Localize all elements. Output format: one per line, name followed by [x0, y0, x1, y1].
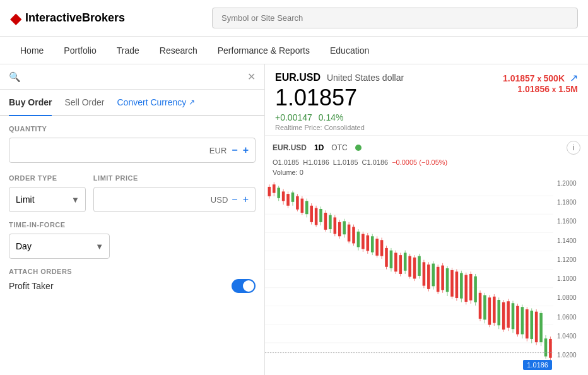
svg-rect-50 [362, 234, 365, 249]
ohlc-close: C1.0186 [362, 158, 389, 166]
nav-home[interactable]: Home [10, 38, 54, 63]
clear-search-icon[interactable]: ✕ [247, 71, 256, 83]
tif-section: TIME-IN-FORCE Day GTC OPG IOC FOK ▼ [0, 221, 264, 268]
limit-price-label: LIMIT PRICE [93, 174, 256, 182]
limit-price-input-row: 1.01903 USD − + [93, 187, 256, 212]
svg-rect-40 [338, 222, 341, 236]
limit-price-field[interactable]: 1.01903 [100, 194, 211, 205]
current-price-badge: 1.0186 [523, 360, 552, 370]
svg-rect-82 [437, 267, 440, 292]
svg-rect-56 [375, 239, 379, 256]
tab-buy-order[interactable]: Buy Order [9, 90, 52, 116]
live-indicator [355, 145, 362, 151]
search-icon: 🔍 [9, 71, 21, 83]
nav-research[interactable]: Research [150, 38, 208, 63]
ticker-info: EUR.USD United States dollar 1.01857 +0.… [275, 72, 404, 131]
svg-rect-46 [352, 227, 355, 243]
ohlc-low: L1.0185 [333, 158, 358, 166]
svg-rect-90 [456, 271, 459, 298]
svg-rect-24 [301, 199, 304, 213]
limit-price-controls: − + [232, 194, 249, 205]
svg-rect-108 [497, 300, 500, 325]
global-search-input[interactable] [212, 8, 578, 28]
svg-rect-44 [348, 225, 351, 242]
header: ◆ InteractiveBrokers [0, 0, 588, 37]
limit-decrease[interactable]: − [232, 194, 237, 205]
nav-trade[interactable]: Trade [107, 38, 150, 63]
svg-rect-14 [277, 188, 280, 198]
main-content: 🔍 EUR.USD ✕ Buy Order Sell Order Convert… [0, 64, 588, 375]
ask-price: 1.01856 x 1.5M [503, 84, 578, 94]
attach-orders-section: ATTACH ORDERS Profit Taker [0, 268, 264, 302]
svg-rect-30 [315, 208, 318, 225]
quantity-input-row: 20,000 EUR − + [9, 138, 256, 163]
limit-price-currency: USD [211, 195, 228, 205]
ticker-description: United States dollar [327, 73, 404, 83]
svg-rect-120 [526, 309, 529, 338]
svg-rect-16 [282, 191, 285, 201]
svg-rect-124 [535, 312, 538, 342]
order-type-select-wrapper: Limit Market Stop Stop Limit ▼ [9, 187, 86, 212]
y-axis-label-5: 1.1000 [557, 275, 584, 282]
y-axis-label-8: 1.0400 [557, 333, 584, 340]
tif-select[interactable]: Day GTC OPG IOC FOK [9, 234, 110, 259]
svg-rect-80 [432, 264, 435, 287]
chart-info-button[interactable]: i [567, 141, 580, 155]
svg-rect-122 [530, 311, 533, 339]
candlestick-chart [265, 177, 553, 361]
y-axis-label-1: 1.1800 [557, 199, 584, 206]
svg-rect-22 [296, 196, 299, 210]
chart-type-label: OTC [331, 143, 347, 152]
nav-education[interactable]: Education [320, 38, 379, 63]
ticker-price: 1.01857 [275, 85, 404, 111]
svg-rect-102 [483, 295, 486, 320]
y-axis-label-3: 1.1400 [557, 237, 584, 244]
svg-rect-64 [394, 253, 397, 271]
ohlc-row: O1.0185 H1.0186 L1.0185 C1.0186 −0.0005 … [265, 158, 588, 169]
global-search-bar[interactable] [212, 8, 578, 28]
ticker-header: EUR.USD United States dollar 1.01857 +0.… [265, 64, 588, 136]
svg-rect-104 [488, 297, 491, 324]
ohlc-high: H1.0186 [303, 158, 329, 166]
symbol-search-input[interactable]: EUR.USD [26, 72, 247, 82]
logo-text: InteractiveBrokers [25, 11, 125, 25]
left-panel: 🔍 EUR.USD ✕ Buy Order Sell Order Convert… [0, 64, 265, 375]
y-axis-label-0: 1.2000 [557, 180, 584, 187]
nav-performance[interactable]: Performance & Reports [208, 38, 320, 63]
external-link-icon[interactable]: ↗ [570, 72, 578, 84]
order-type-select[interactable]: Limit Market Stop Stop Limit [9, 187, 86, 212]
chart-period-label[interactable]: 1D [314, 143, 324, 152]
tab-sell-order[interactable]: Sell Order [64, 90, 104, 116]
svg-rect-58 [380, 240, 384, 256]
price-change-abs: +0.00147 [275, 112, 312, 122]
quantity-currency: EUR [209, 146, 226, 155]
tab-convert-currency[interactable]: Convert Currency ↗ [117, 90, 196, 115]
price-change-pct: 0.14% [319, 112, 344, 122]
quantity-field[interactable]: 20,000 [16, 145, 79, 156]
svg-rect-26 [305, 201, 309, 214]
nav-portfolio[interactable]: Portfolio [54, 38, 106, 63]
quantity-decrease[interactable]: − [232, 145, 237, 156]
svg-rect-48 [357, 232, 360, 247]
svg-rect-96 [469, 274, 473, 301]
right-panel: EUR.USD United States dollar 1.01857 +0.… [265, 64, 588, 375]
ticker-top-row: EUR.USD United States dollar 1.01857 +0.… [275, 72, 578, 131]
ticker-change-row: +0.00147 0.14% [275, 112, 404, 122]
svg-rect-84 [441, 266, 444, 290]
ohlc-change: −0.0005 (−0.05%) [392, 158, 447, 166]
svg-rect-10 [268, 187, 271, 196]
quantity-increase[interactable]: + [243, 145, 249, 156]
profit-taker-toggle[interactable] [232, 279, 256, 293]
limit-increase[interactable]: + [243, 194, 249, 205]
bid-price: 1.01857 x 500K [503, 73, 565, 83]
chart-toolbar: EUR.USD 1D OTC i [265, 141, 588, 158]
svg-rect-68 [404, 253, 407, 270]
ticker-symbol: EUR.USD [275, 72, 320, 83]
volume-row: Volume: 0 [265, 169, 588, 177]
svg-rect-126 [539, 313, 543, 342]
svg-rect-38 [334, 217, 337, 234]
quantity-controls: − + [232, 145, 249, 156]
bid-ask-panel: 1.01857 x 500K ↗ 1.01856 x 1.5M [503, 72, 578, 94]
order-tabs: Buy Order Sell Order Convert Currency ↗ [0, 90, 264, 116]
ohlc-open: O1.0185 [273, 158, 299, 166]
